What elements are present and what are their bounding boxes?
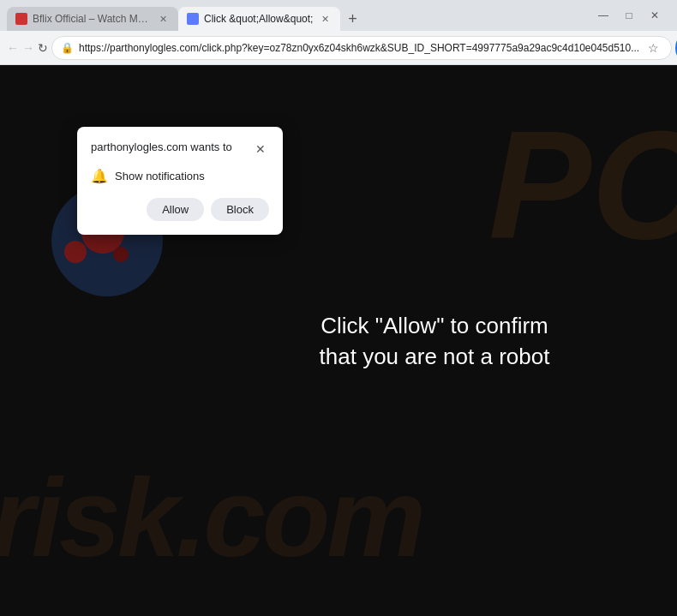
tab-label-bflix: Bflix Official – Watch Movies a... xyxy=(33,13,151,25)
tab-close-bflix[interactable]: ✕ xyxy=(156,12,170,26)
tab-allow[interactable]: Click &quot;Allow&quot; ✕ xyxy=(178,7,340,31)
tab-favicon-bflix xyxy=(15,13,27,25)
tab-label-allow: Click &quot;Allow&quot; xyxy=(204,13,313,25)
minimize-button[interactable]: — xyxy=(591,3,615,27)
window-controls: — □ ✕ xyxy=(588,0,670,31)
page-content: PC risk.com Click "Allow" to confirm tha… xyxy=(0,65,677,616)
popup-buttons: Allow Block xyxy=(91,198,269,221)
new-tab-button[interactable]: + xyxy=(340,7,364,31)
address-bar[interactable]: 🔒 https://parthonylogles.com/click.php?k… xyxy=(51,36,672,60)
forward-button[interactable]: → xyxy=(22,36,34,60)
lock-icon: 🔒 xyxy=(61,42,74,54)
popup-title: parthonylogles.com wants to xyxy=(91,141,252,153)
watermark-pc-text: PC xyxy=(488,108,677,262)
block-button[interactable]: Block xyxy=(211,198,269,221)
allow-button[interactable]: Allow xyxy=(147,198,204,221)
address-actions: ☆ xyxy=(644,39,662,57)
watermark-risk-text: risk.com xyxy=(0,453,422,582)
close-button[interactable]: ✕ xyxy=(643,3,667,27)
tab-favicon-allow xyxy=(187,13,199,25)
back-button[interactable]: ← xyxy=(7,36,19,60)
title-bar: Bflix Official – Watch Movies a... ✕ Cli… xyxy=(0,0,677,31)
tab-close-allow[interactable]: ✕ xyxy=(318,12,332,26)
browser-window: Bflix Official – Watch Movies a... ✕ Cli… xyxy=(0,0,677,616)
notification-popup: parthonylogles.com wants to ✕ 🔔 Show not… xyxy=(77,127,283,235)
notification-text: Show notifications xyxy=(115,170,205,182)
popup-close-button[interactable]: ✕ xyxy=(252,141,269,158)
main-message: Click "Allow" to confirm that you are no… xyxy=(315,309,554,372)
star-button[interactable]: ☆ xyxy=(644,39,662,57)
tab-bar: Bflix Official – Watch Movies a... ✕ Cli… xyxy=(7,0,584,31)
reload-button[interactable]: ↻ xyxy=(38,36,48,60)
popup-notification-row: 🔔 Show notifications xyxy=(91,168,269,184)
popup-header: parthonylogles.com wants to ✕ xyxy=(91,141,269,158)
maximize-button[interactable]: □ xyxy=(617,3,641,27)
bell-icon: 🔔 xyxy=(91,168,108,184)
nav-bar: ← → ↻ 🔒 https://parthonylogles.com/click… xyxy=(0,31,677,65)
tab-bflix[interactable]: Bflix Official – Watch Movies a... ✕ xyxy=(7,7,178,31)
address-text: https://parthonylogles.com/click.php?key… xyxy=(79,42,639,54)
